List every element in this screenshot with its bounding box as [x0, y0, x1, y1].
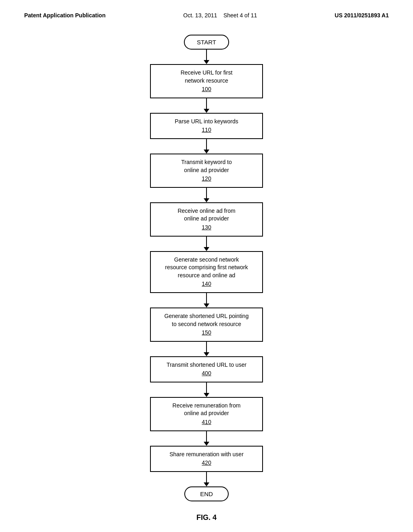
arrow-9 [206, 431, 207, 443]
node-420: Share remuneration with user 420 [150, 446, 263, 472]
end-node: END [184, 486, 229, 501]
arrow-1 [206, 50, 207, 61]
arrow-5 [206, 237, 207, 248]
arrow-3 [206, 139, 207, 150]
header-center: Oct. 13, 2011 Sheet 4 of 11 [183, 12, 257, 19]
arrow-4 [206, 188, 207, 199]
arrow-10 [206, 472, 207, 483]
header-left: Patent Application Publication [24, 12, 106, 19]
node-140: Generate second networkresource comprisi… [150, 251, 263, 293]
arrow-6 [206, 293, 207, 304]
node-410: Receive remuneration fromonline ad provi… [150, 397, 263, 431]
node-120: Transmit keyword toonline ad provider 12… [150, 154, 263, 188]
node-150: Generate shortened URL pointingto second… [150, 308, 263, 342]
node-100: Receive URL for firstnetwork resource 10… [150, 64, 263, 98]
node-110: Parse URL into keywords 110 [150, 113, 263, 139]
node-400: Transmit shortened URL to user 400 [150, 356, 263, 382]
arrow-8 [206, 382, 207, 394]
start-node: START [184, 35, 229, 50]
arrow-2 [206, 98, 207, 110]
diagram-container: START Receive URL for firstnetwork resou… [0, 19, 413, 522]
header-right: US 2011/0251893 A1 [335, 12, 389, 19]
page-header: Patent Application Publication Oct. 13, … [0, 0, 413, 19]
arrow-7 [206, 342, 207, 353]
node-130: Receive online ad fromonline ad provider… [150, 202, 263, 237]
figure-label: FIG. 4 [196, 513, 217, 522]
flowchart: START Receive URL for firstnetwork resou… [142, 35, 271, 501]
